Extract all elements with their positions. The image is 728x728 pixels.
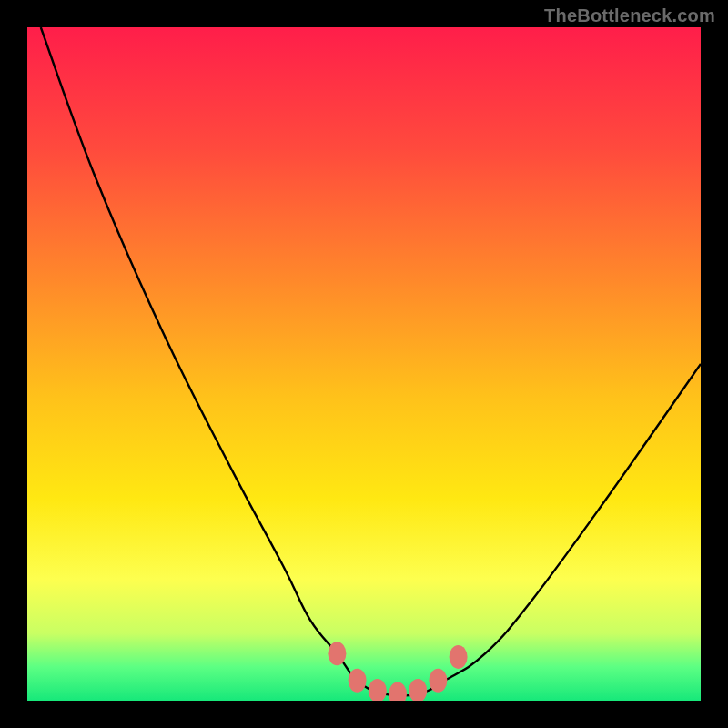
chart-frame: TheBottleneck.com: [0, 0, 728, 728]
curve-layer: [41, 27, 701, 696]
marker-point: [409, 679, 427, 701]
marker-point: [389, 682, 407, 701]
plot-area: [27, 27, 701, 701]
marker-point: [429, 669, 447, 693]
marker-point: [369, 679, 387, 701]
marker-point: [450, 645, 468, 669]
bottleneck-curve: [41, 27, 701, 696]
marker-point: [328, 642, 346, 665]
watermark-text: TheBottleneck.com: [544, 5, 715, 26]
marker-point: [349, 669, 367, 693]
chart-svg: [27, 27, 701, 701]
